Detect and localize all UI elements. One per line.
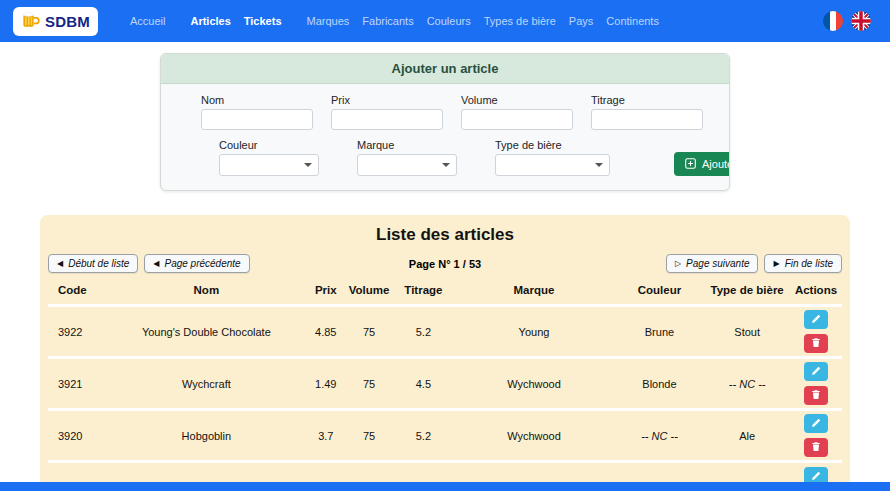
type-de-biere-select[interactable]: [495, 154, 610, 176]
prev-page-label: Page précédente: [164, 258, 240, 269]
skip-start-icon: ◀: [57, 259, 63, 268]
col-header-code: Code: [48, 279, 106, 306]
nav-item-continents[interactable]: Continents: [606, 15, 659, 27]
prix-input[interactable]: [331, 109, 443, 130]
edit-article-button[interactable]: [804, 310, 828, 329]
page: SDBM Accueil Articles Tickets Marques Fa…: [0, 0, 890, 491]
article-volume: 75: [345, 410, 394, 462]
arrow-right-icon: ▷: [675, 259, 681, 268]
uk-flag-icon[interactable]: [851, 11, 871, 31]
article-couleur: Brune: [615, 306, 705, 358]
french-flag-icon[interactable]: [823, 11, 843, 31]
article-actions: [790, 358, 842, 410]
nav-item-fabricants[interactable]: Fabricants: [362, 15, 413, 27]
nav-item-tickets[interactable]: Tickets: [244, 15, 282, 27]
articles-table: Code Nom Prix Volume Titrage Marque Coul…: [48, 279, 842, 491]
couleur-label: Couleur: [219, 139, 319, 151]
brand-logo[interactable]: SDBM: [13, 7, 98, 36]
edit-article-button[interactable]: [804, 414, 828, 433]
delete-article-button[interactable]: [804, 334, 828, 353]
delete-article-button[interactable]: [804, 438, 828, 457]
edit-article-button[interactable]: [804, 362, 828, 381]
nav-item-marques[interactable]: Marques: [307, 15, 350, 27]
nav-item-articles[interactable]: Articles: [190, 15, 230, 27]
table-header-row: Code Nom Prix Volume Titrage Marque Coul…: [48, 279, 842, 306]
nom-label: Nom: [201, 94, 313, 106]
delete-article-button[interactable]: [804, 386, 828, 405]
last-page-button[interactable]: ▶ Fin de liste: [764, 254, 842, 273]
pagination-right-group: ▷ Page suivante ▶ Fin de liste: [666, 254, 842, 273]
col-header-couleur: Couleur: [615, 279, 705, 306]
article-code: 3922: [48, 306, 106, 358]
col-header-volume: Volume: [345, 279, 394, 306]
first-page-label: Début de liste: [68, 258, 129, 269]
add-article-form: Nom Prix Volume Titrage Couleu: [161, 84, 729, 190]
col-header-marque: Marque: [453, 279, 614, 306]
add-article-title: Ajouter un article: [161, 54, 729, 84]
titrage-input[interactable]: [591, 109, 703, 130]
next-page-label: Page suivante: [686, 258, 749, 269]
article-couleur: -- NC --: [615, 410, 705, 462]
article-type: -- NC --: [704, 358, 790, 410]
col-header-prix: Prix: [307, 279, 345, 306]
article-nom: Hobgoblin: [106, 410, 307, 462]
top-navbar: SDBM Accueil Articles Tickets Marques Fa…: [0, 0, 890, 42]
type-de-biere-select-wrap: [495, 154, 610, 176]
form-row-text-fields: Nom Prix Volume Titrage: [201, 94, 699, 130]
article-prix: 1.49: [307, 358, 345, 410]
article-code: 3921: [48, 358, 106, 410]
list-title: Liste des articles: [48, 225, 842, 245]
pencil-icon: [811, 364, 821, 379]
action-stack: [794, 310, 838, 353]
first-page-button[interactable]: ◀ Début de liste: [48, 254, 138, 273]
col-header-type: Type de bière: [704, 279, 790, 306]
prev-page-button[interactable]: ◀ Page précédente: [144, 254, 249, 273]
field-couleur: Couleur: [219, 139, 319, 176]
action-stack: [794, 362, 838, 405]
nav-item-couleurs[interactable]: Couleurs: [427, 15, 471, 27]
marque-select[interactable]: [357, 154, 457, 176]
field-nom: Nom: [201, 94, 313, 130]
article-prix: 3.7: [307, 410, 345, 462]
col-header-titrage: Titrage: [393, 279, 453, 306]
article-volume: 75: [345, 306, 394, 358]
plus-square-icon: [685, 158, 696, 171]
field-prix: Prix: [331, 94, 443, 130]
article-type: Ale: [704, 410, 790, 462]
article-actions: [790, 306, 842, 358]
titrage-label: Titrage: [591, 94, 703, 106]
nom-input[interactable]: [201, 109, 313, 130]
nav-item-pays[interactable]: Pays: [569, 15, 593, 27]
article-type: Stout: [704, 306, 790, 358]
col-header-actions: Actions: [790, 279, 842, 306]
ajouter-button[interactable]: Ajouter: [674, 152, 730, 176]
arrow-left-icon: ◀: [153, 259, 159, 268]
table-row: 3921 Wychcraft 1.49 75 4.5 Wychwood Blon…: [48, 358, 842, 410]
action-stack: [794, 414, 838, 457]
marque-label: Marque: [357, 139, 457, 151]
articles-table-body: 3922 Young's Double Chocolate 4.85 75 5.…: [48, 306, 842, 491]
ajouter-button-label: Ajouter: [702, 158, 730, 170]
article-prix: 4.85: [307, 306, 345, 358]
couleur-select-wrap: [219, 154, 319, 176]
volume-input[interactable]: [461, 109, 573, 130]
nav-item-types-de-biere[interactable]: Types de bière: [484, 15, 556, 27]
beer-mug-icon: [21, 10, 40, 33]
volume-label: Volume: [461, 94, 573, 106]
trash-icon: [811, 388, 821, 403]
table-row: 3920 Hobgoblin 3.7 75 5.2 Wychwood -- NC…: [48, 410, 842, 462]
article-titrage: 4.5: [393, 358, 453, 410]
brand-name: SDBM: [45, 13, 90, 30]
pagination-bar: ◀ Début de liste ◀ Page précédente Page …: [48, 254, 842, 273]
article-marque: Wychwood: [453, 358, 614, 410]
article-nom: Young's Double Chocolate: [106, 306, 307, 358]
article-marque: Young: [453, 306, 614, 358]
article-marque: Wychwood: [453, 410, 614, 462]
next-page-button[interactable]: ▷ Page suivante: [666, 254, 759, 273]
couleur-select[interactable]: [219, 154, 319, 176]
marque-select-wrap: [357, 154, 457, 176]
trash-icon: [811, 336, 821, 351]
article-actions: [790, 410, 842, 462]
bottom-bar: [0, 482, 890, 491]
nav-item-accueil[interactable]: Accueil: [130, 15, 165, 27]
